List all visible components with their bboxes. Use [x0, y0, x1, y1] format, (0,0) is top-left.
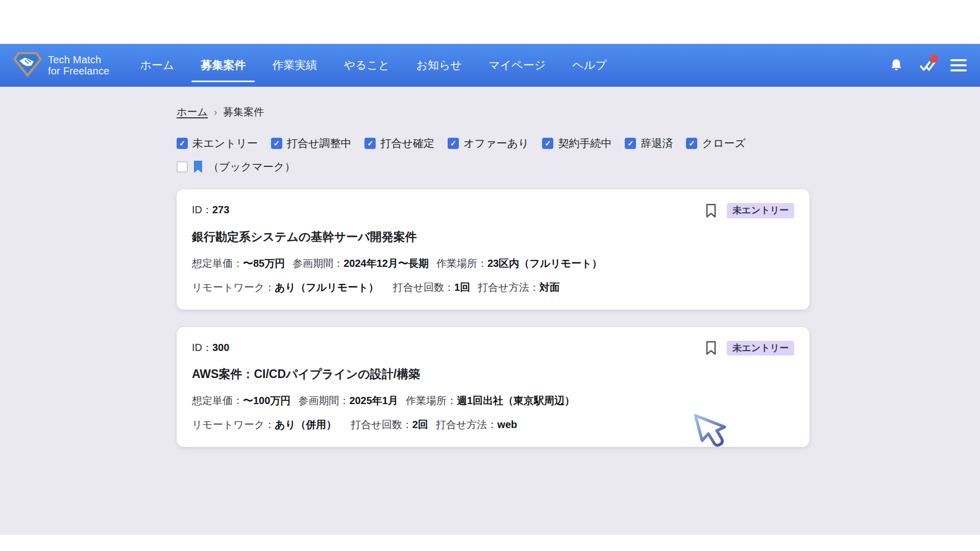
status-filter-row: ✓ 未エントリー ✓ 打合せ調整中 ✓ 打合せ確定 ✓ オファーあり ✓ 契約手…: [177, 136, 980, 151]
job-detail-row: リモートワーク：あり（併用） 打合せ回数：2回 打合せ方法：web: [192, 418, 794, 432]
nav-item-work-history[interactable]: 作業実績: [259, 44, 330, 87]
job-id: ID：273: [192, 203, 229, 217]
bookmark-filter-row[interactable]: ✓ （ブックマーク）: [177, 160, 980, 174]
filter-meeting-adjusting[interactable]: ✓ 打合せ調整中: [271, 136, 352, 151]
checkbox-icon[interactable]: ✓: [625, 138, 636, 149]
nav-item-help[interactable]: ヘルプ: [559, 44, 620, 87]
brand-logo[interactable]: Tech Match for Freelance: [13, 52, 109, 79]
nav-item-news[interactable]: お知らせ: [403, 44, 476, 87]
checkbox-icon[interactable]: ✓: [686, 138, 697, 149]
filter-declined[interactable]: ✓ 辞退済: [625, 136, 673, 151]
status-badge: 未エントリー: [727, 203, 794, 218]
job-title[interactable]: AWS案件：CI/CDパイプラインの設計/構築: [192, 366, 794, 382]
status-badge: 未エントリー: [727, 341, 794, 356]
hamburger-menu-icon[interactable]: [950, 59, 967, 71]
breadcrumb-current: 募集案件: [223, 105, 264, 119]
checkbox-icon[interactable]: ✓: [271, 138, 282, 149]
main-navbar: Tech Match for Freelance ホーム 募集案件 作業実績 や…: [0, 44, 980, 87]
job-detail-row: 想定単価：〜100万円 参画期間：2025年1月 作業場所：週1回出社（東京駅周…: [192, 394, 794, 408]
filter-meeting-fixed[interactable]: ✓ 打合せ確定: [364, 136, 434, 151]
job-detail-row: リモートワーク：あり（フルリモート） 打合せ回数：1回 打合せ方法：対面: [192, 281, 794, 294]
bookmark-outline-icon[interactable]: [705, 204, 717, 218]
brand-name: Tech Match for Freelance: [48, 54, 109, 77]
checkbox-icon[interactable]: ✓: [542, 138, 553, 149]
bottom-white-band: [0, 535, 980, 551]
notification-dot: [930, 55, 938, 63]
nav-item-mypage[interactable]: マイページ: [475, 44, 559, 87]
checkbox-icon[interactable]: ✓: [177, 161, 188, 172]
filter-closed[interactable]: ✓ クローズ: [686, 136, 745, 151]
job-card[interactable]: ID：273 未エントリー 銀行勘定系システムの基幹サーバ開発案件 想定単価：〜…: [177, 189, 810, 310]
header-actions: [887, 56, 967, 74]
primary-nav: ホーム 募集案件 作業実績 やること お知らせ マイページ ヘルプ: [127, 44, 620, 87]
chevron-right-icon: ›: [214, 107, 217, 118]
content-area: ホーム › 募集案件 ✓ 未エントリー ✓ 打合せ調整中 ✓ 打合せ確定 ✓ オ…: [0, 87, 980, 535]
bookmark-filled-icon: [193, 160, 203, 173]
job-id: ID：300: [192, 341, 229, 355]
checkbox-icon[interactable]: ✓: [448, 138, 459, 149]
nav-item-home[interactable]: ホーム: [127, 44, 187, 87]
job-card[interactable]: ID：300 未エントリー AWS案件：CI/CDパイプラインの設計/構築 想定…: [177, 327, 810, 447]
filter-not-entered[interactable]: ✓ 未エントリー: [177, 136, 258, 151]
checkbox-icon[interactable]: ✓: [364, 138, 376, 149]
breadcrumb-home-link[interactable]: ホーム: [177, 105, 208, 119]
tasks-double-check-icon[interactable]: [919, 56, 937, 74]
nav-item-todo[interactable]: やること: [330, 44, 403, 87]
top-white-band: [0, 0, 980, 44]
gem-handshake-icon: [13, 52, 42, 79]
nav-item-jobs[interactable]: 募集案件: [187, 44, 259, 87]
checkbox-icon[interactable]: ✓: [177, 138, 188, 149]
filter-contract-processing[interactable]: ✓ 契約手続中: [542, 136, 611, 151]
job-detail-row: 想定単価：〜85万円 参画期間：2024年12月〜長期 作業場所：23区内（フル…: [192, 257, 794, 270]
job-title[interactable]: 銀行勘定系システムの基幹サーバ開発案件: [192, 229, 794, 245]
bookmark-outline-icon[interactable]: [705, 341, 717, 355]
notification-bell-icon[interactable]: [887, 56, 905, 74]
filter-offer[interactable]: ✓ オファーあり: [448, 136, 529, 151]
breadcrumb: ホーム › 募集案件: [177, 105, 980, 119]
